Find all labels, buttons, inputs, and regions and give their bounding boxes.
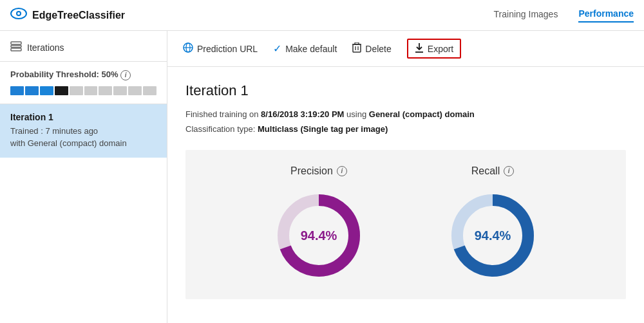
bar-1 xyxy=(10,86,24,95)
eye-icon xyxy=(10,6,27,24)
meta-line1-mid: using xyxy=(344,109,368,119)
sidebar-header: Iterations xyxy=(0,31,167,62)
bar-2 xyxy=(25,86,39,95)
meta-line1-prefix: Finished training on xyxy=(185,109,261,119)
iteration-item-line2: with General (compact) domain xyxy=(10,137,156,150)
threshold-label: Probability Threshold: 50% i xyxy=(10,69,156,80)
make-default-label: Make default xyxy=(285,44,337,54)
recall-value: 94.4% xyxy=(475,228,511,243)
recall-label: Recall i xyxy=(471,165,514,177)
export-label: Export xyxy=(428,44,453,54)
svg-rect-4 xyxy=(11,46,21,48)
meta-line1-date: 8/16/2018 3:19:20 PM xyxy=(261,109,344,119)
iteration-title: Iteration 1 xyxy=(185,82,626,99)
bar-9 xyxy=(128,86,142,95)
precision-chart: Precision i 94.4% xyxy=(270,165,367,284)
recall-chart: Recall i 94.4% xyxy=(444,165,541,284)
precision-donut: 94.4% xyxy=(270,187,367,284)
charts-section: Precision i 94.4% xyxy=(185,150,626,299)
delete-button[interactable]: Delete xyxy=(352,42,391,55)
recall-label-text: Recall xyxy=(471,165,500,177)
recall-donut: 94.4% xyxy=(444,187,541,284)
bar-8 xyxy=(113,86,127,95)
bar-6 xyxy=(84,86,98,95)
svg-rect-13 xyxy=(355,42,359,44)
svg-rect-5 xyxy=(11,48,21,51)
delete-label: Delete xyxy=(365,44,391,54)
meta-line2-prefix: Classification type: xyxy=(185,124,258,134)
threshold-text: Probability Threshold: 50% xyxy=(10,69,118,79)
meta-line2-type: Multiclass (Single tag per image) xyxy=(258,124,388,134)
recall-info-icon[interactable]: i xyxy=(504,166,514,176)
make-default-button[interactable]: ✓ Make default xyxy=(273,42,337,55)
bar-3 xyxy=(40,86,53,95)
top-nav: EdgeTreeClassifier Training Images Perfo… xyxy=(0,0,644,31)
bar-4 xyxy=(55,86,68,95)
nav-performance[interactable]: Performance xyxy=(578,8,634,23)
iterations-icon xyxy=(10,41,22,53)
threshold-bar xyxy=(10,86,156,96)
bar-10 xyxy=(143,86,156,95)
svg-point-2 xyxy=(17,12,20,15)
svg-rect-9 xyxy=(353,44,361,52)
meta-line1-domain: General (compact) domain xyxy=(369,109,475,119)
threshold-value: 50% xyxy=(102,69,118,79)
app-title: EdgeTreeClassifier xyxy=(32,10,125,21)
meta-line1: Finished training on 8/16/2018 3:19:20 P… xyxy=(185,107,626,122)
iterations-label: Iterations xyxy=(27,42,64,53)
precision-value: 94.4% xyxy=(301,228,337,243)
threshold-section: Probability Threshold: 50% i xyxy=(0,62,167,104)
export-button[interactable]: Export xyxy=(407,39,461,59)
prediction-url-label: Prediction URL xyxy=(197,44,258,54)
check-icon: ✓ xyxy=(273,42,281,55)
toolbar: Prediction URL ✓ Make default xyxy=(167,31,644,67)
main-layout: Iterations Probability Threshold: 50% i xyxy=(0,31,644,323)
nav-training-images[interactable]: Training Images xyxy=(494,9,558,22)
nav-links: Training Images Performance xyxy=(494,8,634,23)
svg-rect-3 xyxy=(11,42,21,44)
iteration-item-line1: Trained : 7 minutes ago xyxy=(10,125,156,138)
precision-label-text: Precision xyxy=(290,165,333,177)
precision-label: Precision i xyxy=(290,165,347,177)
bar-5 xyxy=(70,86,83,95)
export-icon xyxy=(415,42,424,55)
meta-line2: Classification type: Multiclass (Single … xyxy=(185,122,626,136)
iteration-list-item[interactable]: Iteration 1 Trained : 7 minutes ago with… xyxy=(0,104,167,158)
iteration-item-title: Iteration 1 xyxy=(10,112,156,122)
iteration-meta: Finished training on 8/16/2018 3:19:20 P… xyxy=(185,107,626,137)
globe-icon xyxy=(183,42,193,55)
sidebar: Iterations Probability Threshold: 50% i xyxy=(0,31,167,323)
content-area: Iteration 1 Finished training on 8/16/20… xyxy=(167,67,644,323)
logo-area: EdgeTreeClassifier xyxy=(10,6,494,24)
main-content: Prediction URL ✓ Make default xyxy=(167,31,644,323)
prediction-url-button[interactable]: Prediction URL xyxy=(183,42,258,55)
trash-icon xyxy=(352,42,361,55)
precision-info-icon[interactable]: i xyxy=(337,166,347,176)
threshold-info-icon[interactable]: i xyxy=(120,70,131,80)
bar-7 xyxy=(99,86,112,95)
